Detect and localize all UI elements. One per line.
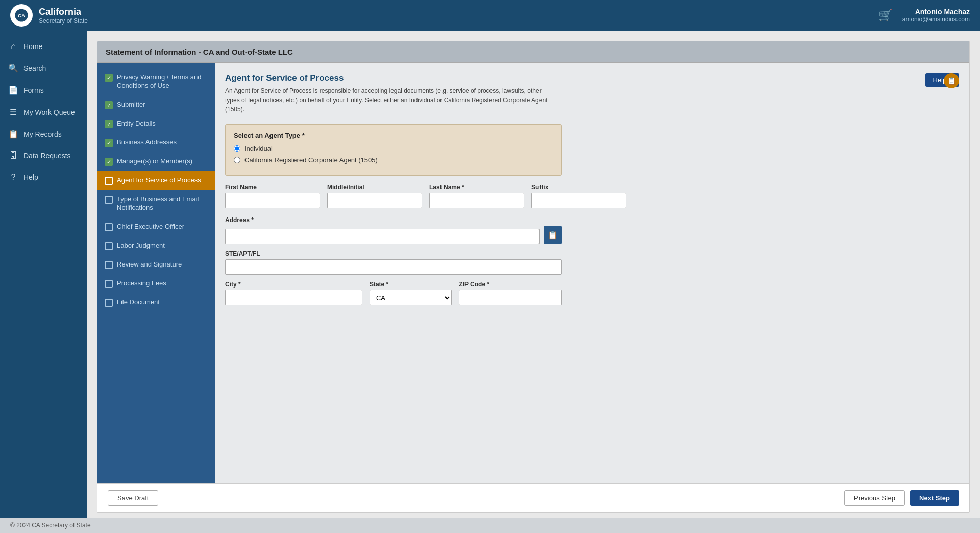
content-area: Statement of Information - CA and Out-of…	[87, 31, 980, 518]
form-title-bar: Statement of Information - CA and Out-of…	[97, 41, 969, 63]
svg-text:CA: CA	[18, 13, 25, 18]
sidebar-label-my-records: My Records	[23, 130, 62, 138]
step-checkbox-entity-details: ✓	[105, 120, 113, 128]
step-checkbox-submitter: ✓	[105, 101, 113, 109]
sidebar-label-data-requests: Data Requests	[23, 152, 71, 160]
sidebar-label-search: Search	[23, 64, 46, 72]
step-label-ceo: Chief Executive Officer	[117, 223, 184, 231]
step-item-agent[interactable]: Agent for Service of Process	[97, 171, 215, 190]
middle-initial-input[interactable]	[327, 193, 422, 208]
radio-corporate-input[interactable]	[234, 157, 240, 163]
step-item-submitter[interactable]: ✓Submitter	[97, 95, 215, 114]
step-item-privacy[interactable]: ✓Privacy Warning / Terms and Conditions …	[97, 68, 215, 95]
first-name-input[interactable]	[225, 193, 320, 208]
step-checkbox-labor	[105, 242, 113, 250]
step-label-managers: Manager(s) or Member(s)	[117, 157, 192, 166]
step-label-agent: Agent for Service of Process	[117, 176, 201, 185]
my-records-icon: 📋	[8, 129, 18, 139]
sidebar-item-home[interactable]: ⌂Home	[0, 36, 87, 57]
name-row: First Name Middle/Initial Last Name *	[225, 184, 562, 208]
header-user: 🛒 Antonio Machaz antonio@amstudios.com	[878, 8, 970, 23]
save-draft-button[interactable]: Save Draft	[108, 490, 158, 506]
page-footer: © 2024 CA Secretary of State	[0, 518, 980, 533]
step-label-review: Review and Signature	[117, 260, 182, 269]
agent-section-header: Help ? 📋 Agent for Service of Process An…	[225, 73, 959, 114]
address-group: Address * 📋	[225, 216, 562, 244]
step-item-ceo[interactable]: Chief Executive Officer	[97, 217, 215, 236]
address-section: Address * 📋 STE/APT/FL	[225, 216, 562, 305]
last-name-group: Last Name *	[429, 184, 524, 208]
ste-apt-input[interactable]	[225, 259, 562, 275]
cart-icon[interactable]: 🛒	[878, 9, 892, 22]
header-logo: CA	[10, 4, 33, 27]
brand-sub-title: Secretary of State	[39, 17, 88, 25]
step-checkbox-agent	[105, 177, 113, 185]
radio-individual-input[interactable]	[234, 145, 240, 152]
clipboard-icon: 📋	[944, 73, 959, 88]
sidebar: ⌂Home🔍Search📄Forms☰My Work Queue📋My Reco…	[0, 31, 87, 518]
step-checkbox-review	[105, 261, 113, 269]
state-label: State *	[370, 281, 452, 288]
form-footer: Save Draft Previous Step Next Step	[97, 483, 969, 512]
city-label: City *	[225, 281, 362, 288]
radio-corporate[interactable]: California Registered Corporate Agent (1…	[234, 156, 553, 164]
brand-main-title: California	[39, 7, 88, 17]
form-body: ✓Privacy Warning / Terms and Conditions …	[97, 63, 969, 483]
step-item-managers[interactable]: ✓Manager(s) or Member(s)	[97, 152, 215, 171]
header: CA California Secretary of State 🛒 Anton…	[0, 0, 980, 31]
step-checkbox-processing-fees	[105, 280, 113, 288]
step-item-type-business[interactable]: Type of Business and Email Notifications	[97, 190, 215, 217]
step-label-processing-fees: Processing Fees	[117, 279, 166, 288]
sidebar-item-my-work-queue[interactable]: ☰My Work Queue	[0, 101, 87, 123]
step-item-file-document[interactable]: File Document	[97, 293, 215, 312]
city-group: City *	[225, 281, 362, 305]
agent-type-label: Select an Agent Type *	[234, 132, 553, 139]
copy-address-button[interactable]: 📋	[544, 226, 562, 244]
ste-apt-label: STE/APT/FL	[225, 250, 562, 257]
steps-sidebar: ✓Privacy Warning / Terms and Conditions …	[97, 63, 215, 483]
radio-individual[interactable]: Individual	[234, 144, 553, 152]
address-input[interactable]	[225, 229, 540, 244]
header-title: California Secretary of State	[39, 7, 88, 25]
sidebar-label-forms: Forms	[23, 86, 44, 94]
next-step-button[interactable]: Next Step	[910, 490, 959, 506]
step-label-privacy: Privacy Warning / Terms and Conditions o…	[117, 73, 208, 90]
step-item-business-addresses[interactable]: ✓Business Addresses	[97, 133, 215, 152]
state-group: State * CAALAKAZARCOCTDEFLGAHIIDILINIAKS…	[370, 281, 452, 305]
step-label-file-document: File Document	[117, 298, 160, 307]
last-name-input[interactable]	[429, 193, 524, 208]
step-item-processing-fees[interactable]: Processing Fees	[97, 274, 215, 293]
step-label-submitter: Submitter	[117, 101, 145, 109]
zip-label: ZIP Code *	[459, 281, 562, 288]
zip-input[interactable]	[459, 290, 562, 305]
footer-right: Previous Step Next Step	[844, 490, 959, 506]
sidebar-label-home: Home	[23, 42, 42, 51]
radio-individual-label: Individual	[244, 144, 273, 152]
previous-step-button[interactable]: Previous Step	[844, 490, 905, 506]
suffix-group: Suffix	[531, 184, 626, 208]
city-state-zip-row: City * State * CAALAKAZARCOCTDEFLGAHIIDI…	[225, 281, 562, 305]
address-input-row: 📋	[225, 226, 562, 244]
city-input[interactable]	[225, 290, 362, 305]
my-work-queue-icon: ☰	[8, 107, 18, 117]
form-title: Statement of Information - CA and Out-of…	[106, 47, 293, 56]
suffix-input[interactable]	[531, 193, 626, 208]
state-select[interactable]: CAALAKAZARCOCTDEFLGAHIIDILINIAKSKYLAMEMD…	[370, 290, 452, 305]
last-name-label: Last Name *	[429, 184, 524, 191]
main-layout: ⌂Home🔍Search📄Forms☰My Work Queue📋My Reco…	[0, 31, 980, 518]
radio-corporate-label: California Registered Corporate Agent (1…	[244, 156, 378, 164]
user-info: Antonio Machaz antonio@amstudios.com	[902, 8, 970, 23]
step-item-entity-details[interactable]: ✓Entity Details	[97, 114, 215, 133]
search-icon: 🔍	[8, 63, 18, 73]
step-checkbox-file-document	[105, 299, 113, 307]
section-title: Agent for Service of Process	[225, 73, 959, 83]
sidebar-item-data-requests[interactable]: 🗄Data Requests	[0, 145, 87, 166]
ste-apt-group: STE/APT/FL	[225, 250, 562, 275]
sidebar-item-forms[interactable]: 📄Forms	[0, 79, 87, 101]
sidebar-item-search[interactable]: 🔍Search	[0, 57, 87, 79]
step-item-labor[interactable]: Labor Judgment	[97, 236, 215, 255]
middle-initial-group: Middle/Initial	[327, 184, 422, 208]
sidebar-item-help[interactable]: ?Help	[0, 166, 87, 188]
step-item-review[interactable]: Review and Signature	[97, 255, 215, 274]
sidebar-item-my-records[interactable]: 📋My Records	[0, 123, 87, 145]
